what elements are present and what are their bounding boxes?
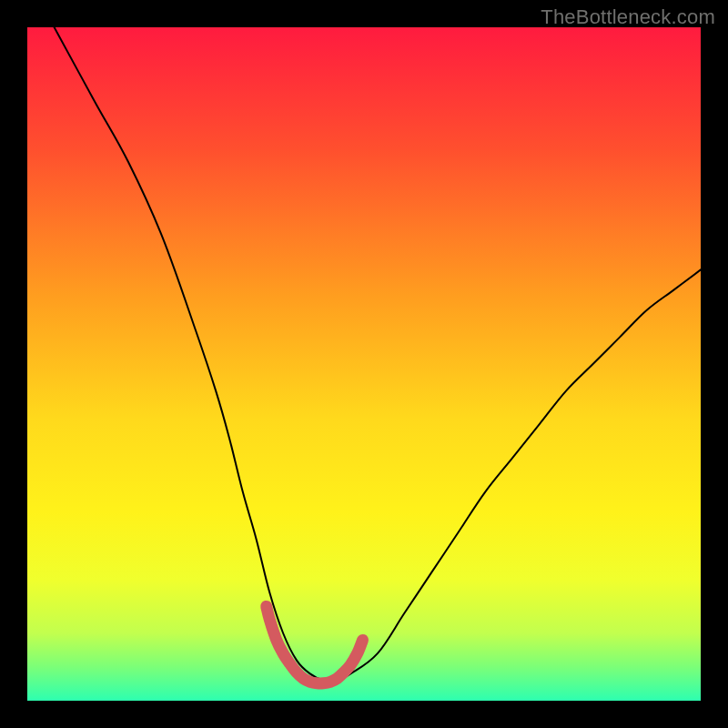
app-frame: TheBottleneck.com xyxy=(0,0,728,728)
chart-background xyxy=(27,27,701,701)
bottleneck-chart xyxy=(0,0,728,728)
